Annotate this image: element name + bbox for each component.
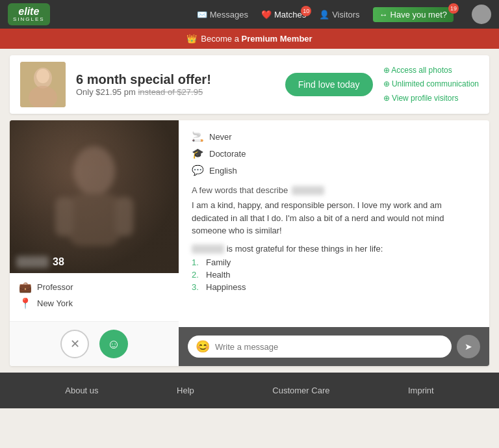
send-icon: ➤ <box>465 341 472 352</box>
svg-rect-5 <box>68 194 120 246</box>
badge-matches: 10 <box>301 6 311 16</box>
profile-meta: 💼 Professor 📍 New York <box>10 273 179 321</box>
logo[interactable]: elite SINGLES <box>8 3 50 25</box>
location-item: 📍 New York <box>19 297 170 310</box>
describe-label: A few words that describe <box>192 185 288 195</box>
svg-rect-7 <box>115 197 133 236</box>
smoking-detail: 🚬 Never <box>192 131 476 142</box>
send-button[interactable]: ➤ <box>457 335 480 358</box>
footer-imprint[interactable]: Imprint <box>408 386 434 395</box>
footer-help[interactable]: Help <box>177 386 194 395</box>
profile-card: 38 💼 Professor 📍 New York ✕ ☺ 🚬 Never <box>10 120 489 366</box>
user-name-blurred-2 <box>192 244 224 254</box>
profile-photo: 38 <box>10 120 179 273</box>
offer-image <box>20 62 66 107</box>
grateful-item-2: 2. Health <box>192 270 476 280</box>
svg-point-4 <box>73 146 115 196</box>
photo-overlay <box>10 120 179 273</box>
premium-bold: Premium Member <box>242 34 313 44</box>
premium-text: Become a Premium Member <box>201 34 312 44</box>
offer-headline: 6 month special offer! <box>76 72 275 87</box>
nav-messages[interactable]: ✉️ Messages <box>197 10 248 20</box>
describe-section: A few words that describe <box>192 185 476 195</box>
footer-customer-care[interactable]: Customer Care <box>272 386 329 395</box>
education-value: Doctorate <box>209 149 246 159</box>
person-icon: 👤 <box>319 10 329 20</box>
emoji-icon[interactable]: 😊 <box>196 339 210 354</box>
message-area: 😊 ➤ <box>179 327 489 366</box>
offer-price: Only $21.95 pm instead of $27.95 <box>76 87 275 97</box>
offer-features: Access all photos Unlimited communicatio… <box>383 64 479 106</box>
location-label: New York <box>37 298 73 308</box>
offer-banner: 6 month special offer! Only $21.95 pm in… <box>10 55 489 114</box>
grateful-item-2-text: Health <box>206 270 231 280</box>
grateful-title: is most grateful for these things in her… <box>192 244 476 254</box>
offer-feature-1: Access all photos <box>383 64 479 78</box>
nav-items: ✉️ Messages 10 ❤️ Matches 👤 Visitors 19 … <box>197 5 491 24</box>
offer-original-price: instead of $27.95 <box>138 87 203 97</box>
profile-name-age: 38 <box>16 256 64 268</box>
profile-right-panel: 🚬 Never 🎓 Doctorate 💬 English A few word… <box>179 120 489 366</box>
profile-actions: ✕ ☺ <box>10 321 179 366</box>
user-avatar[interactable] <box>472 5 491 24</box>
profession-label: Professor <box>37 282 73 292</box>
smoking-icon: 🚬 <box>192 131 204 142</box>
message-input-wrap: 😊 <box>188 336 452 358</box>
education-detail: 🎓 Doctorate <box>192 148 476 159</box>
navbar: elite SINGLES ✉️ Messages 10 ❤️ Matches … <box>0 0 499 29</box>
swap-icon: ↔️ <box>379 10 388 20</box>
svg-point-3 <box>36 69 49 83</box>
envelope-icon: ✉️ <box>197 10 207 20</box>
bio-text: I am a kind, happy, and responsible pers… <box>192 199 476 237</box>
nav-haveyoumet[interactable]: 19 ↔️ Have you met? <box>373 7 454 22</box>
grateful-item-1-text: Family <box>206 257 231 267</box>
svg-rect-6 <box>55 197 73 236</box>
footer: About us Help Customer Care Imprint <box>0 373 499 408</box>
offer-cta-button[interactable]: Find love today <box>285 73 373 96</box>
location-icon: 📍 <box>19 297 32 310</box>
profile-details: 🚬 Never 🎓 Doctorate 💬 English A few word… <box>179 120 489 327</box>
dislike-button[interactable]: ✕ <box>60 330 89 358</box>
language-value: English <box>209 166 237 176</box>
visitors-label: Visitors <box>332 10 359 20</box>
like-button[interactable]: ☺ <box>99 330 128 358</box>
language-detail: 💬 English <box>192 165 476 176</box>
profile-age: 38 <box>53 256 64 268</box>
grateful-item-3-text: Happiness <box>206 282 246 292</box>
profession-item: 💼 Professor <box>19 281 170 293</box>
footer-about[interactable]: About us <box>65 386 98 395</box>
grateful-intro: is most grateful for these things in her… <box>227 244 383 254</box>
user-name-blurred <box>292 186 324 195</box>
crown-icon: 👑 <box>186 34 197 44</box>
haveyoumet-label: Have you met? <box>390 10 447 20</box>
nav-visitors[interactable]: 👤 Visitors <box>319 10 359 20</box>
logo-elite: elite <box>18 6 39 18</box>
logo-singles: SINGLES <box>13 17 45 23</box>
message-input[interactable] <box>215 342 444 352</box>
profile-name-blurred <box>16 256 49 268</box>
heart-icon: ❤️ <box>261 10 272 20</box>
offer-feature-3: View profile visitors <box>383 92 479 106</box>
offer-image-svg <box>20 62 66 107</box>
premium-pre: Become a <box>201 34 239 44</box>
smoking-value: Never <box>209 132 232 142</box>
language-icon: 💬 <box>192 165 204 176</box>
briefcase-icon: 💼 <box>19 281 32 293</box>
person-silhouette <box>49 135 140 259</box>
grateful-list: 1. Family 2. Health 3. Happiness <box>192 257 476 292</box>
messages-label: Messages <box>210 10 248 20</box>
graduation-icon: 🎓 <box>192 148 204 159</box>
offer-price-value: Only $21.95 pm <box>76 87 136 97</box>
offer-text: 6 month special offer! Only $21.95 pm in… <box>76 72 275 97</box>
grateful-item-3: 3. Happiness <box>192 282 476 292</box>
badge-haveyoumet: 19 <box>448 3 459 14</box>
premium-banner[interactable]: 👑 Become a Premium Member <box>0 29 499 49</box>
offer-feature-2: Unlimited communication <box>383 77 479 92</box>
profile-left-panel: 38 💼 Professor 📍 New York ✕ ☺ <box>10 120 179 366</box>
nav-matches[interactable]: 10 ❤️ Matches <box>261 10 306 20</box>
grateful-item-1: 1. Family <box>192 257 476 267</box>
